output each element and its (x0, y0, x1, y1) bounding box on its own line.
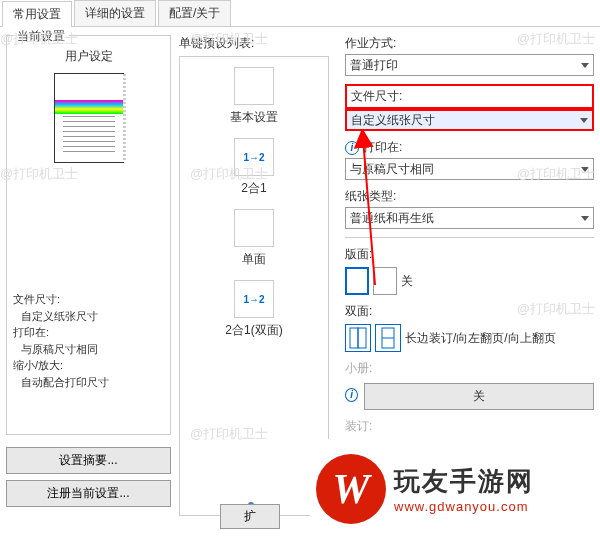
chevron-down-icon (581, 216, 589, 221)
layout-label: 版面: (345, 246, 594, 263)
layout-icon-1[interactable] (345, 267, 369, 295)
settings-summary-button[interactable]: 设置摘要... (6, 447, 171, 474)
group-title: 当前设置 (13, 28, 69, 45)
preset-single[interactable]: 单面 (186, 205, 322, 272)
booklet-label: 小册: (345, 360, 594, 377)
binding-label: 装订: (345, 418, 594, 435)
duplex-icon-flip[interactable] (375, 324, 401, 352)
duplex-value: 长边装订/向左翻页/向上翻页 (405, 330, 556, 347)
tab-common[interactable]: 常用设置 (2, 1, 72, 27)
file-size-dropdown[interactable]: 自定义纸张尺寸 (345, 109, 594, 131)
svg-rect-1 (358, 328, 366, 348)
preset-basic[interactable]: 基本设置 (186, 63, 322, 130)
site-logo-overlay: W 玩友手游网 www.gdwanyou.com (310, 439, 600, 539)
left-panel: 当前设置 用户设定 文件尺寸: 自定义纸张尺寸 打印在: 与原稿尺寸相同 缩小/… (6, 35, 171, 532)
layout-value: 关 (401, 273, 413, 290)
preset-1to2-icon: 1→2 (234, 138, 274, 176)
info-icon[interactable]: i (345, 141, 359, 155)
chevron-down-icon (580, 118, 588, 123)
chevron-down-icon (581, 63, 589, 68)
register-settings-button[interactable]: 注册当前设置... (6, 480, 171, 507)
file-size-label: 文件尺寸: (351, 88, 588, 105)
current-settings-group: 当前设置 用户设定 文件尺寸: 自定义纸张尺寸 打印在: 与原稿尺寸相同 缩小/… (6, 35, 171, 435)
logo-icon: W (316, 454, 386, 524)
preset-1to2b[interactable]: 1→2 2合1(双面) (186, 276, 322, 343)
print-on-label: i打印在: (345, 139, 594, 156)
svg-rect-0 (350, 328, 358, 348)
expand-button[interactable]: 扩 (220, 504, 280, 529)
print-on-dropdown[interactable]: 与原稿尺寸相同 (345, 158, 594, 180)
tab-config[interactable]: 配置/关于 (158, 0, 231, 26)
duplex-label: 双面: (345, 303, 594, 320)
job-type-dropdown[interactable]: 普通打印 (345, 54, 594, 76)
info-icon[interactable]: i (345, 388, 358, 402)
preset-list-label: 单键预设列表: (179, 35, 329, 52)
preset-1to2b-icon: 1→2 (234, 280, 274, 318)
page-preview (54, 73, 124, 163)
preset-1to2[interactable]: 1→2 2合1 (186, 134, 322, 201)
chevron-down-icon (581, 167, 589, 172)
booklet-dropdown[interactable]: 关 (364, 383, 594, 410)
job-type-label: 作业方式: (345, 35, 594, 52)
user-setting-label: 用户设定 (13, 48, 164, 65)
middle-panel: 单键预设列表: 基本设置 1→2 2合1 单面 1→2 2合1(双面) (179, 35, 329, 532)
paper-type-label: 纸张类型: (345, 188, 594, 205)
tab-detailed[interactable]: 详细的设置 (74, 0, 156, 26)
layout-icon-2[interactable] (373, 267, 397, 295)
logo-url: www.gdwanyou.com (394, 499, 594, 514)
preset-basic-icon (234, 67, 274, 105)
settings-summary-text: 文件尺寸: 自定义纸张尺寸 打印在: 与原稿尺寸相同 缩小/放大: 自动配合打印… (13, 291, 164, 390)
paper-type-dropdown[interactable]: 普通纸和再生纸 (345, 207, 594, 229)
duplex-icon-open[interactable] (345, 324, 371, 352)
preset-list[interactable]: 基本设置 1→2 2合1 单面 1→2 2合1(双面) (179, 56, 329, 516)
tab-bar: 常用设置 详细的设置 配置/关于 (0, 0, 600, 27)
preset-single-icon (234, 209, 274, 247)
logo-title: 玩友手游网 (394, 464, 594, 499)
